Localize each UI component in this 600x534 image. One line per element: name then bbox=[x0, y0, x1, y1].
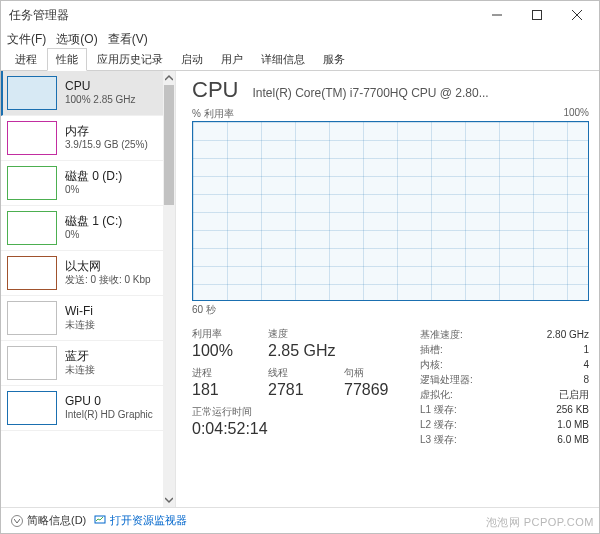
menu-options[interactable]: 选项(O) bbox=[56, 31, 97, 48]
spec-value: 256 KB bbox=[556, 402, 589, 417]
tab-performance[interactable]: 性能 bbox=[47, 48, 87, 71]
sidebar: CPU100% 2.85 GHz内存3.9/15.9 GB (25%)磁盘 0 … bbox=[1, 71, 176, 507]
watermark: 泡泡网 PCPOP.COM bbox=[486, 515, 594, 530]
sidebar-scrollbar[interactable] bbox=[163, 71, 175, 507]
menubar: 文件(F) 选项(O) 查看(V) bbox=[1, 29, 599, 49]
sidebar-item-sub: 0% bbox=[65, 229, 122, 242]
window-title: 任务管理器 bbox=[9, 7, 477, 24]
sidebar-item-title: 蓝牙 bbox=[65, 349, 95, 364]
chart-top-right: 100% bbox=[563, 107, 589, 121]
stat-label: 句柄 bbox=[344, 366, 400, 380]
sidebar-item-sub: Intel(R) HD Graphic bbox=[65, 409, 153, 422]
sidebar-item-cpu[interactable]: CPU100% 2.85 GHz bbox=[1, 71, 163, 116]
stat-label: 进程 bbox=[192, 366, 248, 380]
spec-value: 6.0 MB bbox=[557, 432, 589, 447]
scroll-down-icon[interactable] bbox=[163, 493, 175, 507]
sidebar-thumb bbox=[7, 211, 57, 245]
tab-details[interactable]: 详细信息 bbox=[253, 49, 313, 70]
tab-users[interactable]: 用户 bbox=[213, 49, 251, 70]
spec-value: 8 bbox=[583, 372, 589, 387]
spec-key: 逻辑处理器: bbox=[420, 372, 473, 387]
sidebar-item-title: Wi-Fi bbox=[65, 304, 95, 319]
stat-value: 2.85 GHz bbox=[268, 341, 336, 360]
close-button[interactable] bbox=[557, 1, 597, 29]
scroll-thumb[interactable] bbox=[164, 85, 174, 205]
stat-label: 速度 bbox=[268, 327, 336, 341]
task-manager-window: 任务管理器 文件(F) 选项(O) 查看(V) 进程 性能 应用历史记录 启动 … bbox=[0, 0, 600, 534]
sidebar-item-sub: 100% 2.85 GHz bbox=[65, 94, 136, 107]
open-resource-monitor-link[interactable]: 打开资源监视器 bbox=[94, 513, 187, 528]
spec-row: 基准速度:2.80 GHz bbox=[420, 327, 589, 342]
chevron-down-icon bbox=[11, 515, 23, 527]
spec-value: 1.0 MB bbox=[557, 417, 589, 432]
spec-value: 4 bbox=[583, 357, 589, 372]
chart-top-label: % 利用率 bbox=[192, 107, 234, 121]
uptime-label: 正常运行时间 bbox=[192, 405, 400, 419]
spec-row: 虚拟化:已启用 bbox=[420, 387, 589, 402]
content: CPU100% 2.85 GHz内存3.9/15.9 GB (25%)磁盘 0 … bbox=[1, 71, 599, 507]
spec-row: L1 缓存:256 KB bbox=[420, 402, 589, 417]
sidebar-item--[interactable]: 内存3.9/15.9 GB (25%) bbox=[1, 116, 163, 161]
chart-bottom-left: 60 秒 bbox=[192, 304, 216, 315]
sidebar-item-title: GPU 0 bbox=[65, 394, 153, 409]
spec-key: 虚拟化: bbox=[420, 387, 453, 402]
stat-value: 100% bbox=[192, 341, 248, 360]
spec-row: 内核:4 bbox=[420, 357, 589, 372]
cpu-usage-chart[interactable] bbox=[192, 121, 589, 301]
stat-value: 181 bbox=[192, 380, 248, 399]
sidebar-item-title: 以太网 bbox=[65, 259, 151, 274]
minimize-button[interactable] bbox=[477, 1, 517, 29]
spec-row: 插槽:1 bbox=[420, 342, 589, 357]
sidebar-item--[interactable]: 以太网发送: 0 接收: 0 Kbp bbox=[1, 251, 163, 296]
main-panel: CPU Intel(R) Core(TM) i7-7700HQ CPU @ 2.… bbox=[176, 71, 599, 507]
fewer-details-label: 简略信息(D) bbox=[27, 513, 86, 528]
sidebar-item--1-c-[interactable]: 磁盘 1 (C:)0% bbox=[1, 206, 163, 251]
sidebar-thumb bbox=[7, 391, 57, 425]
scroll-up-icon[interactable] bbox=[163, 71, 175, 85]
spec-key: L3 缓存: bbox=[420, 432, 457, 447]
sidebar-item-sub: 0% bbox=[65, 184, 122, 197]
sidebar-item-title: 内存 bbox=[65, 124, 148, 139]
maximize-button[interactable] bbox=[517, 1, 557, 29]
fewer-details-button[interactable]: 简略信息(D) bbox=[11, 513, 86, 528]
sidebar-item-gpu-0[interactable]: GPU 0Intel(R) HD Graphic bbox=[1, 386, 163, 431]
sidebar-item-sub: 未连接 bbox=[65, 319, 95, 332]
menu-view[interactable]: 查看(V) bbox=[108, 31, 148, 48]
sidebar-thumb bbox=[7, 121, 57, 155]
sidebar-item-title: 磁盘 1 (C:) bbox=[65, 214, 122, 229]
sidebar-item--0-d-[interactable]: 磁盘 0 (D:)0% bbox=[1, 161, 163, 206]
spec-row: L2 缓存:1.0 MB bbox=[420, 417, 589, 432]
stats: 利用率100%速度2.85 GHz进程181线程2781句柄77869 正常运行… bbox=[192, 327, 589, 447]
sidebar-item-title: 磁盘 0 (D:) bbox=[65, 169, 122, 184]
tabbar: 进程 性能 应用历史记录 启动 用户 详细信息 服务 bbox=[1, 49, 599, 71]
menu-file[interactable]: 文件(F) bbox=[7, 31, 46, 48]
stat-value: 2781 bbox=[268, 380, 324, 399]
sidebar-thumb bbox=[7, 346, 57, 380]
tab-startup[interactable]: 启动 bbox=[173, 49, 211, 70]
stat-value: 77869 bbox=[344, 380, 400, 399]
sidebar-item-sub: 3.9/15.9 GB (25%) bbox=[65, 139, 148, 152]
resource-subtitle: Intel(R) Core(TM) i7-7700HQ CPU @ 2.80..… bbox=[252, 86, 589, 100]
spec-row: L3 缓存:6.0 MB bbox=[420, 432, 589, 447]
sidebar-thumb bbox=[7, 256, 57, 290]
spec-value: 2.80 GHz bbox=[547, 327, 589, 342]
svg-rect-1 bbox=[533, 11, 542, 20]
stat-label: 线程 bbox=[268, 366, 324, 380]
tab-services[interactable]: 服务 bbox=[315, 49, 353, 70]
open-resource-monitor-label: 打开资源监视器 bbox=[110, 513, 187, 528]
sidebar-thumb bbox=[7, 76, 57, 110]
spec-value: 已启用 bbox=[559, 387, 589, 402]
spec-key: 基准速度: bbox=[420, 327, 463, 342]
resource-title: CPU bbox=[192, 77, 238, 103]
sidebar-item--[interactable]: 蓝牙未连接 bbox=[1, 341, 163, 386]
monitor-icon bbox=[94, 514, 106, 528]
spec-key: L1 缓存: bbox=[420, 402, 457, 417]
titlebar[interactable]: 任务管理器 bbox=[1, 1, 599, 29]
spec-key: 内核: bbox=[420, 357, 443, 372]
sidebar-thumb bbox=[7, 301, 57, 335]
tab-apphistory[interactable]: 应用历史记录 bbox=[89, 49, 171, 70]
tab-processes[interactable]: 进程 bbox=[7, 49, 45, 70]
spec-key: 插槽: bbox=[420, 342, 443, 357]
sidebar-item-wi-fi[interactable]: Wi-Fi未连接 bbox=[1, 296, 163, 341]
sidebar-item-sub: 发送: 0 接收: 0 Kbp bbox=[65, 274, 151, 287]
